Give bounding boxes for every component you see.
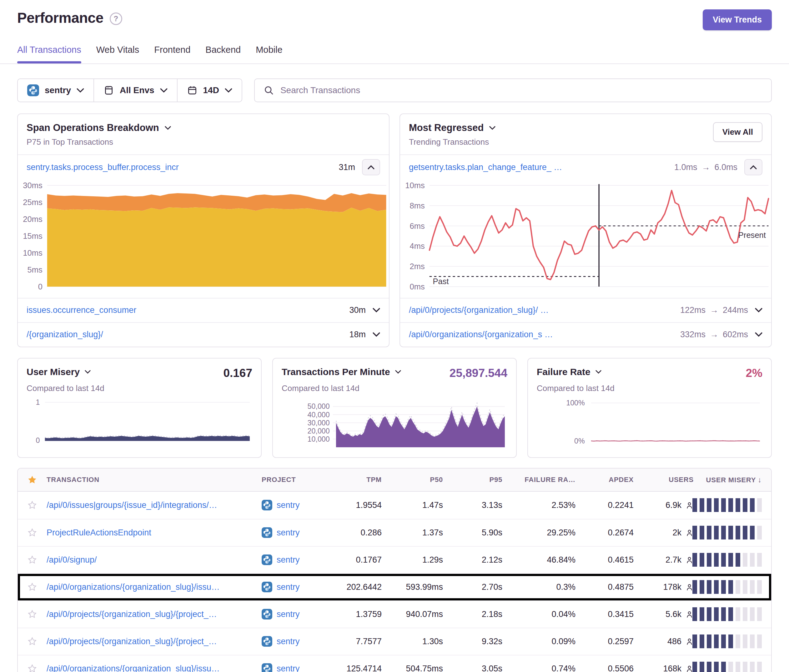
table-row[interactable]: /api/0/organizations/{organization_slug}… bbox=[18, 655, 771, 672]
user-misery-subtitle: Compared to last 14d bbox=[27, 383, 252, 393]
failure-rate-chart: 100%0% bbox=[537, 394, 762, 451]
table-row[interactable]: /api/0/organizations/{organization_slug}… bbox=[18, 573, 771, 600]
help-icon[interactable]: ? bbox=[110, 13, 122, 25]
favorite-star-button[interactable] bbox=[18, 555, 46, 565]
python-project-icon bbox=[262, 500, 272, 511]
column-header-p50[interactable]: P50 bbox=[382, 476, 443, 484]
svg-text:30ms: 30ms bbox=[23, 181, 43, 190]
tab-frontend[interactable]: Frontend bbox=[154, 45, 190, 64]
project-link[interactable]: sentry bbox=[262, 500, 328, 511]
project-link[interactable]: sentry bbox=[262, 554, 328, 565]
chevron-down-icon bbox=[395, 370, 401, 374]
expand-button[interactable] bbox=[373, 308, 380, 313]
project-selector[interactable]: sentry bbox=[18, 79, 93, 102]
table-row[interactable]: /api/0/signup/ sentry 0.1767 1.29s 2.12s… bbox=[18, 546, 771, 573]
table-header: TRANSACTION PROJECT TPM P50 P95 FAILURE … bbox=[18, 469, 771, 492]
column-header-tpm[interactable]: TPM bbox=[328, 476, 382, 484]
table-row[interactable]: /api/0/projects/{organization_slug}/{pro… bbox=[18, 627, 771, 655]
transaction-link[interactable]: /api/0/projects/{organization_slug}/{pro… bbox=[46, 610, 262, 619]
favorite-star-button[interactable] bbox=[18, 582, 46, 592]
failure-rate-cell: 0.3% bbox=[502, 582, 575, 592]
tab-web-vitals[interactable]: Web Vitals bbox=[96, 45, 139, 64]
table-row[interactable]: /api/0/issues|groups/{issue_id}/integrat… bbox=[18, 492, 771, 519]
project-link[interactable]: sentry bbox=[262, 582, 328, 592]
collapse-button[interactable] bbox=[362, 159, 380, 176]
tpm-cell: 1.3759 bbox=[328, 610, 382, 619]
column-header-users[interactable]: USERS bbox=[634, 476, 694, 484]
transaction-link[interactable]: /api/0/organizations/{organization_slug}… bbox=[46, 664, 262, 672]
project-link[interactable]: sentry bbox=[262, 636, 328, 647]
project-link[interactable]: sentry bbox=[262, 663, 328, 672]
favorite-star-button[interactable] bbox=[18, 609, 46, 619]
date-range-selector[interactable]: 14D bbox=[177, 79, 242, 102]
favorite-star-button[interactable] bbox=[18, 528, 46, 538]
tab-all-transactions[interactable]: All Transactions bbox=[17, 45, 81, 64]
favorite-star-button[interactable] bbox=[18, 500, 46, 510]
span-op-duration: 18m bbox=[349, 330, 366, 340]
svg-text:10ms: 10ms bbox=[405, 181, 425, 190]
tab-backend[interactable]: Backend bbox=[205, 45, 241, 64]
regressed-transaction-link[interactable]: getsentry.tasks.plan_change_feature_ … bbox=[409, 163, 562, 172]
user-misery-card-title[interactable]: User Misery bbox=[27, 367, 91, 377]
transaction-link[interactable]: /api/0/projects/{organization_slug}/{pro… bbox=[46, 637, 262, 646]
table-row[interactable]: ProjectRuleActionsEndpoint sentry 0.286 … bbox=[18, 519, 771, 546]
span-operations-title[interactable]: Span Operations Breakdown bbox=[27, 122, 171, 134]
p95-cell: 2.18s bbox=[443, 610, 502, 619]
column-header-transaction[interactable]: TRANSACTION bbox=[46, 476, 262, 484]
tpm-card-title[interactable]: Transactions Per Minute bbox=[282, 367, 401, 377]
failure-rate-cell: 0.04% bbox=[502, 610, 575, 619]
transaction-link[interactable]: /api/0/organizations/{organization_slug}… bbox=[46, 582, 262, 592]
transaction-link[interactable]: /api/0/signup/ bbox=[46, 555, 262, 565]
column-header-project[interactable]: PROJECT bbox=[262, 476, 328, 484]
favorite-column-header[interactable] bbox=[18, 475, 46, 485]
view-trends-button[interactable]: View Trends bbox=[703, 10, 772, 30]
favorite-star-button[interactable] bbox=[18, 664, 46, 672]
failure-rate-cell: 29.25% bbox=[502, 528, 575, 538]
environment-selector[interactable]: All Envs bbox=[93, 79, 177, 102]
transaction-link[interactable]: ProjectRuleActionsEndpoint bbox=[46, 528, 262, 538]
tpm-value: 25,897.544 bbox=[449, 367, 507, 380]
expand-button[interactable] bbox=[373, 332, 380, 337]
collapse-button[interactable] bbox=[744, 159, 762, 176]
regressed-item: getsentry.tasks.plan_change_feature_ … 1… bbox=[400, 155, 771, 179]
user-misery-cell bbox=[694, 526, 770, 540]
span-op-link[interactable]: issues.occurrence_consumer bbox=[27, 305, 136, 315]
view-all-button[interactable]: View All bbox=[713, 122, 762, 142]
p95-cell: 5.90s bbox=[443, 528, 502, 538]
favorite-star-button[interactable] bbox=[18, 636, 46, 646]
users-cell: 178k bbox=[634, 582, 694, 592]
user-misery-bars bbox=[692, 634, 762, 648]
chevron-down-icon bbox=[755, 332, 762, 337]
python-project-icon bbox=[27, 85, 39, 96]
tab-mobile[interactable]: Mobile bbox=[256, 45, 282, 64]
project-link[interactable]: sentry bbox=[262, 527, 328, 538]
column-header-failure-rate[interactable]: FAILURE RA… bbox=[502, 476, 575, 484]
project-link[interactable]: sentry bbox=[262, 609, 328, 619]
svg-text:5ms: 5ms bbox=[27, 265, 43, 274]
expand-button[interactable] bbox=[755, 332, 762, 337]
column-header-user-misery[interactable]: USER MISERY↓ bbox=[694, 476, 770, 484]
most-regressed-title[interactable]: Most Regressed bbox=[409, 122, 495, 134]
python-project-icon bbox=[262, 663, 272, 672]
most-regressed-subtitle: Trending Transactions bbox=[409, 137, 495, 147]
column-header-p95[interactable]: P95 bbox=[443, 476, 502, 484]
project-name: sentry bbox=[277, 528, 300, 538]
regressed-transaction-link[interactable]: /api/0/projects/{organization_slug}/ … bbox=[409, 305, 549, 315]
trend-to-value: 244ms bbox=[723, 305, 748, 315]
star-outline-icon bbox=[27, 664, 38, 672]
regressed-transaction-link[interactable]: /api/0/organizations/{organization_s … bbox=[409, 330, 553, 340]
span-op-link[interactable]: sentry.tasks.process_buffer.process_incr bbox=[27, 163, 179, 172]
transaction-link[interactable]: /api/0/issues|groups/{issue_id}/integrat… bbox=[46, 500, 262, 510]
apdex-cell: 0.3415 bbox=[575, 610, 634, 619]
page-title: Performance bbox=[17, 10, 104, 26]
chevron-down-icon bbox=[225, 88, 232, 93]
column-header-apdex[interactable]: APDEX bbox=[575, 476, 634, 484]
project-selector-label: sentry bbox=[45, 85, 71, 95]
expand-button[interactable] bbox=[755, 308, 762, 313]
table-row[interactable]: /api/0/projects/{organization_slug}/{pro… bbox=[18, 600, 771, 627]
svg-text:Past: Past bbox=[433, 277, 449, 286]
search-input[interactable] bbox=[280, 85, 762, 95]
span-op-link[interactable]: /{organization_slug}/ bbox=[27, 330, 103, 340]
failure-rate-card-title[interactable]: Failure Rate bbox=[537, 367, 601, 377]
project-name: sentry bbox=[277, 664, 300, 672]
